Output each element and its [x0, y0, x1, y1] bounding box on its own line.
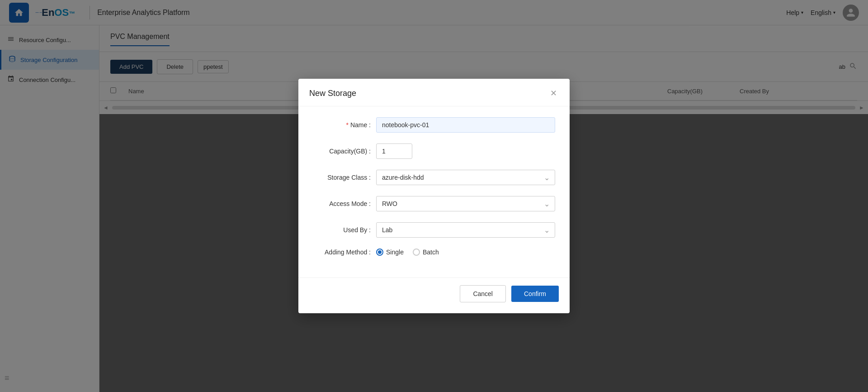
radio-batch-circle[interactable]: [413, 249, 420, 256]
modal-title: New Storage: [309, 89, 356, 98]
access-mode-label: Access Mode :: [313, 200, 376, 207]
required-mark: *: [346, 121, 350, 129]
used-by-label: Used By :: [313, 226, 376, 234]
cancel-button[interactable]: Cancel: [460, 285, 506, 302]
access-mode-select-wrapper: RWO ROX RWX: [376, 196, 555, 211]
adding-method-label: Adding Method :: [313, 249, 376, 256]
form-row-name: * Name :: [313, 117, 555, 133]
access-mode-select[interactable]: RWO ROX RWX: [376, 196, 555, 211]
storage-class-label: Storage Class :: [313, 174, 376, 181]
new-storage-modal: New Storage ✕ * Name : Capacity(GB) : St…: [298, 79, 570, 313]
used-by-select-wrapper: Lab Batch All: [376, 222, 555, 238]
form-row-capacity: Capacity(GB) :: [313, 143, 555, 159]
name-input[interactable]: [376, 117, 555, 133]
modal-close-button[interactable]: ✕: [548, 88, 559, 99]
storage-class-select[interactable]: azure-disk-hdd azure-disk-ssd nfs: [376, 170, 555, 185]
modal-overlay: New Storage ✕ * Name : Capacity(GB) : St…: [0, 0, 868, 392]
capacity-label: Capacity(GB) :: [313, 148, 376, 155]
form-row-adding-method: Adding Method : Single Batch: [313, 249, 555, 256]
modal-body: * Name : Capacity(GB) : Storage Class : …: [298, 106, 570, 277]
adding-method-radio-group: Single Batch: [376, 249, 555, 256]
radio-single-option[interactable]: Single: [376, 249, 404, 256]
radio-batch-option[interactable]: Batch: [413, 249, 439, 256]
used-by-select[interactable]: Lab Batch All: [376, 222, 555, 238]
radio-batch-label: Batch: [423, 249, 439, 256]
modal-footer: Cancel Confirm: [298, 277, 570, 313]
radio-single-circle[interactable]: [376, 249, 383, 256]
name-label: * Name :: [313, 121, 376, 129]
confirm-button[interactable]: Confirm: [511, 286, 559, 302]
modal-header: New Storage ✕: [298, 79, 570, 106]
radio-single-label: Single: [386, 249, 404, 256]
storage-class-select-wrapper: azure-disk-hdd azure-disk-ssd nfs: [376, 170, 555, 185]
form-row-access-mode: Access Mode : RWO ROX RWX: [313, 196, 555, 211]
capacity-input[interactable]: [376, 143, 412, 159]
form-row-storage-class: Storage Class : azure-disk-hdd azure-dis…: [313, 170, 555, 185]
form-row-used-by: Used By : Lab Batch All: [313, 222, 555, 238]
